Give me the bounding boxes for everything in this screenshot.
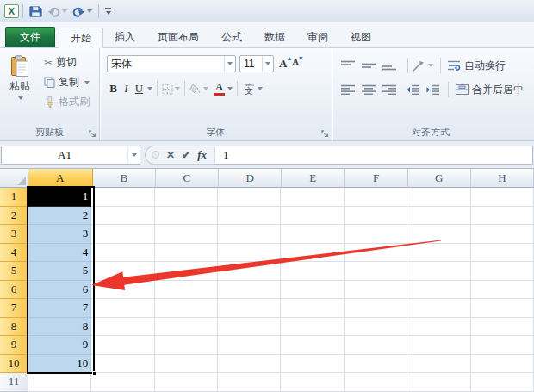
undo-button[interactable] xyxy=(46,5,69,18)
row-header-2[interactable]: 2 xyxy=(0,207,28,226)
tab-data[interactable]: 数据 xyxy=(253,27,296,47)
cell-G6[interactable] xyxy=(407,281,470,300)
cell-F9[interactable] xyxy=(345,336,407,355)
cell-A1[interactable]: 1 xyxy=(28,188,91,207)
cell-H11[interactable] xyxy=(471,373,534,392)
cell-A7[interactable]: 7 xyxy=(28,299,91,318)
tab-file[interactable]: 文件 xyxy=(5,27,55,47)
cell-G8[interactable] xyxy=(407,318,470,337)
tab-view[interactable]: 视图 xyxy=(339,27,382,47)
formula-input[interactable]: 1 xyxy=(214,146,533,165)
cell-E3[interactable] xyxy=(281,225,344,244)
cell-H5[interactable] xyxy=(471,262,534,281)
row-header-1[interactable]: 1 xyxy=(0,188,28,207)
paste-button[interactable]: 粘贴 xyxy=(0,53,40,112)
save-button[interactable] xyxy=(28,4,44,19)
cell-D10[interactable] xyxy=(218,355,281,374)
cell-G4[interactable] xyxy=(407,244,470,263)
clipboard-dialog-launcher-icon[interactable] xyxy=(89,130,96,138)
cell-B2[interactable] xyxy=(91,207,154,226)
cell-H4[interactable] xyxy=(471,244,534,263)
cell-D1[interactable] xyxy=(218,188,281,207)
cell-G3[interactable] xyxy=(407,225,470,244)
format-painter-button[interactable]: 格式刷 xyxy=(41,92,92,112)
cell-E8[interactable] xyxy=(281,318,344,337)
cell-A4[interactable]: 4 xyxy=(28,244,91,263)
cell-E1[interactable] xyxy=(281,188,344,207)
cell-E11[interactable] xyxy=(281,373,344,392)
column-header-D[interactable]: D xyxy=(219,169,282,188)
column-header-G[interactable]: G xyxy=(408,169,471,188)
cell-A9[interactable]: 9 xyxy=(28,336,91,355)
cell-D8[interactable] xyxy=(218,318,281,337)
select-all-corner[interactable] xyxy=(0,169,28,188)
tab-formulas[interactable]: 公式 xyxy=(210,27,253,47)
align-left-button[interactable] xyxy=(341,84,355,95)
shrink-font-button[interactable]: A▼ xyxy=(292,57,298,66)
cell-D11[interactable] xyxy=(218,373,281,392)
cell-G1[interactable] xyxy=(407,188,470,207)
column-header-B[interactable]: B xyxy=(93,169,156,188)
cell-F8[interactable] xyxy=(345,318,407,337)
cell-C3[interactable] xyxy=(155,225,218,244)
tab-insert[interactable]: 插入 xyxy=(103,27,146,47)
column-header-F[interactable]: F xyxy=(345,169,407,188)
cell-D6[interactable] xyxy=(218,281,281,300)
cell-A2[interactable]: 2 xyxy=(28,207,91,226)
copy-button[interactable]: 复制 xyxy=(41,72,92,92)
cell-E5[interactable] xyxy=(281,262,344,281)
cell-E7[interactable] xyxy=(281,299,344,318)
cell-C4[interactable] xyxy=(155,244,218,263)
cell-F10[interactable] xyxy=(345,355,407,374)
font-name-combo[interactable]: 宋体 xyxy=(107,55,236,72)
excel-app-icon[interactable]: X xyxy=(4,4,19,18)
orientation-button[interactable] xyxy=(413,60,425,72)
cell-B1[interactable] xyxy=(91,188,154,207)
cut-button[interactable]: ✂ 剪切 xyxy=(41,53,92,72)
borders-button[interactable] xyxy=(162,84,180,95)
cell-D7[interactable] xyxy=(218,299,281,318)
cell-D4[interactable] xyxy=(218,244,281,263)
increase-indent-button[interactable] xyxy=(426,84,439,95)
cell-B3[interactable] xyxy=(91,225,154,244)
cell-A6[interactable]: 6 xyxy=(28,281,91,300)
cell-G9[interactable] xyxy=(407,336,470,355)
cell-E10[interactable] xyxy=(281,355,344,374)
qat-customize-button[interactable] xyxy=(102,6,114,16)
cell-D3[interactable] xyxy=(218,225,281,244)
row-header-3[interactable]: 3 xyxy=(0,225,28,244)
grow-font-button[interactable]: A▲ xyxy=(279,57,287,71)
cell-B9[interactable] xyxy=(91,336,154,355)
align-top-button[interactable] xyxy=(341,60,355,71)
cell-E6[interactable] xyxy=(281,281,344,300)
cell-H3[interactable] xyxy=(471,225,534,244)
cell-F5[interactable] xyxy=(345,262,407,281)
name-box[interactable]: A1 xyxy=(1,146,140,165)
cell-C7[interactable] xyxy=(155,299,218,318)
column-header-E[interactable]: E xyxy=(282,169,345,188)
cell-C5[interactable] xyxy=(155,262,218,281)
row-header-9[interactable]: 9 xyxy=(0,336,28,355)
tab-home[interactable]: 开始 xyxy=(59,28,103,48)
cell-D5[interactable] xyxy=(218,262,281,281)
align-middle-button[interactable] xyxy=(362,60,376,71)
cell-F7[interactable] xyxy=(345,299,407,318)
cell-A5[interactable]: 5 xyxy=(28,262,91,281)
row-header-10[interactable]: 10 xyxy=(0,355,28,374)
fill-color-button[interactable] xyxy=(189,84,208,95)
cell-G11[interactable] xyxy=(407,373,470,392)
decrease-indent-button[interactable] xyxy=(407,84,419,95)
phonetic-dropdown-arrow[interactable] xyxy=(258,87,263,90)
font-color-dropdown-arrow[interactable] xyxy=(227,87,233,90)
row-header-4[interactable]: 4 xyxy=(0,244,28,263)
font-size-combo[interactable]: 11 xyxy=(239,55,274,72)
cell-G10[interactable] xyxy=(407,355,470,374)
row-header-5[interactable]: 5 xyxy=(0,262,28,281)
cell-C11[interactable] xyxy=(155,373,218,392)
column-header-A[interactable]: A xyxy=(28,169,93,188)
merge-center-button[interactable]: 合并后居中 xyxy=(456,83,524,97)
insert-function-button[interactable]: fx xyxy=(197,148,207,162)
cell-H9[interactable] xyxy=(471,336,534,355)
cell-H7[interactable] xyxy=(471,299,534,318)
cell-B5[interactable] xyxy=(91,262,154,281)
